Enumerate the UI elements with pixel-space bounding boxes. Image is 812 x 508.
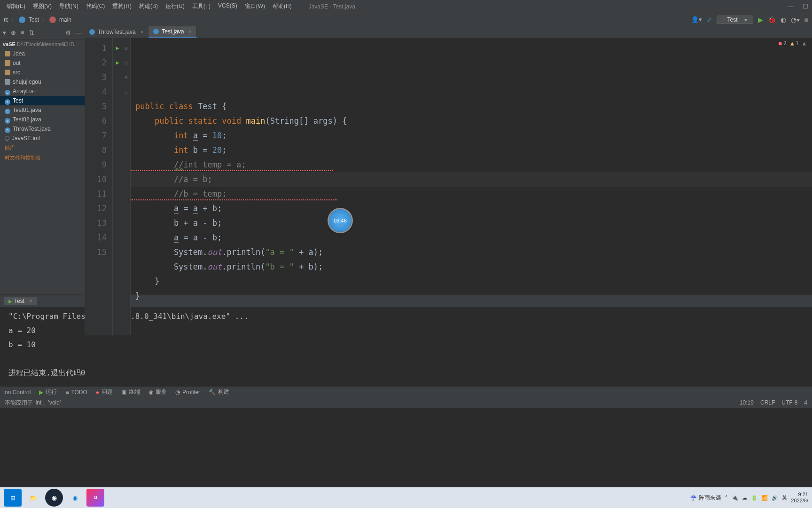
code-area[interactable]: 123456789101112131415 ▶ ▶ ⊟⊟⊟⊟ public cl…: [85, 38, 812, 335]
tw-run[interactable]: ▶运行: [39, 388, 57, 396]
tree-item-idea[interactable]: .idea: [0, 49, 85, 58]
close-icon[interactable]: ×: [29, 298, 32, 304]
menu-run[interactable]: 运行(U): [163, 1, 187, 11]
menu-vcs[interactable]: VCS(S): [215, 1, 240, 11]
run-button[interactable]: ▶: [758, 16, 763, 24]
run-class-icon[interactable]: ▶: [113, 41, 122, 56]
tree-item-src[interactable]: src: [0, 68, 85, 77]
tw-version-control[interactable]: on Control: [5, 389, 31, 396]
tw-todo[interactable]: ≡ TODO: [65, 389, 87, 396]
tw-services[interactable]: ◉ 服务: [148, 388, 167, 396]
tree-item-throwtest[interactable]: ThrowTest.java: [0, 124, 85, 134]
tw-profiler[interactable]: ◔ Profiler: [175, 389, 200, 396]
tree-item-test02[interactable]: Test02.java: [0, 115, 85, 124]
expand-icon[interactable]: ▾: [3, 29, 6, 36]
status-sep[interactable]: CRLF: [760, 399, 775, 406]
battery-icon[interactable]: 🔋: [751, 495, 757, 501]
timer-bubble[interactable]: 03:48: [329, 209, 351, 232]
gear-icon[interactable]: ⚙: [65, 29, 71, 36]
tree-item-shujujiegou[interactable]: shujujiegou: [0, 77, 85, 87]
debug-button[interactable]: 🐞: [768, 16, 776, 24]
tab-throwtest[interactable]: ThrowTest.java×: [85, 26, 148, 38]
breadcrumbs: rc Test main: [4, 16, 71, 23]
crumb-method[interactable]: main: [59, 16, 71, 23]
status-bar: 不能应用于 'int'、'void' 10:19 CRLF UTF-8 4: [0, 397, 812, 408]
window-controls: — ☐: [788, 3, 808, 10]
source-text[interactable]: public class Test { public static void m…: [131, 38, 812, 335]
status-pos[interactable]: 10:19: [740, 399, 754, 406]
stop-button[interactable]: ■: [804, 16, 808, 24]
profile-icon[interactable]: ◔▾: [791, 16, 800, 24]
run-main-icon[interactable]: ▶: [113, 56, 122, 70]
weak-warning-badge[interactable]: [803, 40, 807, 47]
editor-tabs: ThrowTest.java× Test.java×: [85, 26, 812, 38]
system-tray: ☔ 阵雨来袭 ˄ 🔌 ☁ 🔋 📶 🔊 英 9:21 2022/8/: [690, 492, 808, 504]
minimize-icon[interactable]: —: [788, 3, 794, 10]
clock[interactable]: 9:21 2022/8/: [791, 492, 808, 504]
update-icon[interactable]: ↙: [707, 16, 712, 23]
tree-item-scratch[interactable]: 时文件和控制台: [0, 153, 85, 163]
onedrive-icon[interactable]: ☁: [742, 495, 747, 501]
tree-item-iml[interactable]: JavaSE.iml: [0, 134, 85, 143]
select-opened-icon[interactable]: ⊕: [11, 29, 16, 36]
ime-indicator[interactable]: 英: [782, 494, 787, 501]
menu-edit[interactable]: 编辑(E): [4, 1, 28, 11]
hide-icon[interactable]: —: [76, 29, 82, 36]
close-icon[interactable]: ×: [189, 29, 192, 34]
add-user-icon[interactable]: 👤▾: [691, 16, 702, 23]
menu-navigate[interactable]: 导航(N): [56, 1, 81, 11]
tw-problems[interactable]: ●问题: [96, 388, 113, 396]
usb-icon[interactable]: 🔌: [732, 495, 738, 501]
filter-icon[interactable]: ⇅: [29, 29, 34, 36]
tree-item-out[interactable]: out: [0, 58, 85, 68]
menu-code[interactable]: 代码(C): [83, 1, 108, 11]
status-indent[interactable]: 4: [804, 399, 807, 406]
inspection-badges[interactable]: 2 1: [779, 40, 807, 47]
maximize-icon[interactable]: ☐: [803, 3, 808, 10]
tw-build[interactable]: 🔨 构建: [209, 388, 229, 396]
crumb-src[interactable]: rc: [4, 16, 8, 23]
start-button[interactable]: ⊞: [4, 489, 22, 507]
menu-build[interactable]: 构建(B): [136, 1, 161, 11]
error-badge[interactable]: 2: [779, 40, 787, 47]
tree-item-test01[interactable]: Test01.java: [0, 105, 85, 115]
close-icon[interactable]: ×: [141, 29, 143, 35]
run-tab-test[interactable]: ▶Test×: [4, 297, 37, 305]
line-gutter: 123456789101112131415: [85, 38, 113, 335]
crumb-class[interactable]: Test: [29, 16, 39, 23]
project-root[interactable]: vaSE D:\IT\tools\idea\IntelliJ ID: [0, 40, 85, 49]
tree-item-arraylist[interactable]: ArrayList: [0, 87, 85, 96]
steam-icon[interactable]: ◉: [45, 489, 63, 507]
tw-terminal[interactable]: ▣ 终端: [121, 388, 140, 396]
run-gutter: ▶ ▶: [113, 38, 122, 335]
warning-badge[interactable]: 1: [790, 40, 798, 47]
fold-gutter: ⊟⊟⊟⊟: [122, 38, 131, 335]
navigation-bar: rc Test main 👤▾ ↙ Test ▶ 🐞 ◐ ◔▾ ■: [0, 13, 812, 26]
menu-tools[interactable]: 工具(T): [189, 1, 213, 11]
volume-icon[interactable]: 🔊: [772, 495, 778, 501]
weather-widget[interactable]: ☔ 阵雨来袭: [690, 494, 721, 502]
tray-chevron-icon[interactable]: ˄: [725, 495, 728, 501]
play-icon: ▶: [8, 299, 12, 304]
edge-icon[interactable]: ◉: [66, 489, 84, 507]
explorer-icon[interactable]: 📁: [24, 489, 42, 507]
menu-help[interactable]: 帮助(H): [270, 1, 295, 11]
tree-item-lib[interactable]: 部库: [0, 143, 85, 153]
menu-window[interactable]: 窗口(W): [242, 1, 268, 11]
intellij-icon[interactable]: IJ: [86, 489, 104, 507]
tree-item-test[interactable]: Test: [0, 96, 85, 105]
coverage-icon[interactable]: ◐: [781, 16, 786, 24]
wifi-icon[interactable]: 📶: [761, 495, 768, 501]
sidebar-toolbar: ▾ ⊕ ≡ ⇅ ⚙ —: [0, 26, 85, 40]
tab-test[interactable]: Test.java×: [148, 26, 197, 38]
method-icon: [49, 16, 56, 23]
window-title: JavaSE - Test.java: [309, 3, 355, 10]
collapse-icon[interactable]: ≡: [21, 29, 24, 36]
title-bar: 编辑(E) 视图(V) 导航(N) 代码(C) 重构(R) 构建(B) 运行(U…: [0, 0, 812, 13]
run-config-selector[interactable]: Test: [717, 16, 753, 24]
main-menu: 编辑(E) 视图(V) 导航(N) 代码(C) 重构(R) 构建(B) 运行(U…: [4, 1, 295, 11]
java-icon: [89, 29, 95, 35]
status-enc[interactable]: UTF-8: [781, 399, 797, 406]
menu-view[interactable]: 视图(V): [30, 1, 55, 11]
menu-refactor[interactable]: 重构(R): [109, 1, 134, 11]
